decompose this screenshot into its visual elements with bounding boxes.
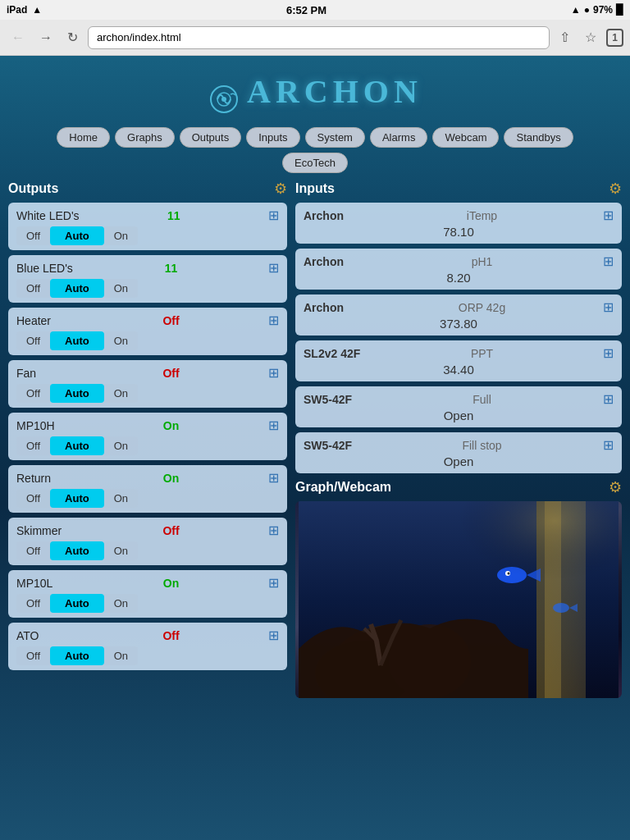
output-fan-on[interactable]: On: [104, 384, 138, 403]
outputs-title: Outputs: [8, 181, 58, 196]
output-white-leds-controls: Off Auto On: [16, 226, 279, 245]
output-white-leds-value: 11: [167, 209, 180, 222]
battery-label: 97%: [593, 4, 613, 16]
input-archon-orp-value: 373.80: [304, 315, 614, 331]
output-ato-off[interactable]: Off: [16, 646, 50, 665]
tune-icon-ph1[interactable]: ⊞: [603, 253, 614, 269]
output-return-off[interactable]: Off: [16, 489, 50, 508]
input-sw5-full-value: Open: [304, 407, 614, 422]
input-sl2v2-value: 34.40: [304, 361, 614, 377]
tune-icon-sw5-full[interactable]: ⊞: [603, 391, 614, 407]
output-blue-leds-controls: Off Auto On: [16, 279, 279, 298]
status-right: ▲ ● 97% ▉: [571, 4, 623, 16]
tune-icon-skimmer[interactable]: ⊞: [268, 523, 279, 538]
output-blue-leds-off[interactable]: Off: [16, 279, 50, 298]
nav-ecotech[interactable]: EcoTech: [282, 153, 348, 173]
output-return-auto[interactable]: Auto: [50, 489, 104, 508]
input-archon-orp: Archon ORP 42g ⊞ 373.80: [295, 294, 622, 336]
output-skimmer-auto[interactable]: Auto: [50, 541, 104, 560]
output-return-on[interactable]: On: [104, 489, 138, 508]
output-white-leds-auto[interactable]: Auto: [50, 226, 104, 245]
output-blue-leds-auto[interactable]: Auto: [50, 279, 104, 298]
output-heater-on[interactable]: On: [104, 331, 138, 350]
logo-area: ARCHON: [8, 64, 622, 121]
nav-row2: EcoTech: [8, 151, 622, 173]
output-heater: Heater Off ⊞ Off Auto On: [8, 308, 287, 355]
nav-inputs[interactable]: Inputs: [246, 127, 299, 148]
outputs-gear-icon[interactable]: ⚙: [274, 180, 287, 198]
output-fan-auto[interactable]: Auto: [50, 384, 104, 403]
nav-home[interactable]: Home: [57, 127, 110, 148]
input-sl2v2-name: PPT: [361, 347, 603, 360]
tune-icon-blue-leds[interactable]: ⊞: [268, 260, 279, 276]
status-time: 6:52 PM: [286, 4, 326, 16]
nav-webcam[interactable]: Webcam: [432, 127, 499, 148]
share-button[interactable]: ⇧: [555, 26, 575, 48]
input-archon-ph1-name: pH1: [361, 255, 603, 268]
tune-icon-orp[interactable]: ⊞: [603, 299, 614, 315]
output-mp10h-on[interactable]: On: [104, 436, 138, 455]
back-button[interactable]: ←: [7, 27, 30, 48]
output-ato: ATO Off ⊞ Off Auto On: [8, 623, 287, 670]
output-blue-leds-on[interactable]: On: [104, 279, 138, 298]
input-sw5-fillstop-value: Open: [304, 453, 614, 468]
output-mp10l-auto[interactable]: Auto: [50, 594, 104, 613]
input-archon-itemp-name: iTemp: [361, 209, 603, 222]
bookmark-button[interactable]: ☆: [580, 26, 601, 48]
webcam-gear-icon[interactable]: ⚙: [609, 478, 622, 496]
nav-system[interactable]: System: [305, 127, 365, 148]
output-mp10l-off[interactable]: Off: [16, 594, 50, 613]
tune-icon-mp10l[interactable]: ⊞: [268, 575, 279, 591]
input-archon-orp-name: ORP 42g: [361, 301, 603, 314]
output-return-value: On: [163, 472, 179, 485]
forward-button[interactable]: →: [34, 27, 57, 48]
svg-point-2: [221, 97, 226, 102]
output-mp10l-controls: Off Auto On: [16, 594, 279, 613]
output-mp10h-off[interactable]: Off: [16, 436, 50, 455]
input-archon-itemp-value: 78.10: [304, 223, 614, 239]
output-mp10h: MP10H On ⊞ Off Auto On: [8, 413, 287, 460]
input-archon-itemp-source: Archon: [304, 209, 361, 222]
input-sw5-full: SW5-42F Full ⊞ Open: [295, 386, 622, 427]
output-mp10l-value: On: [163, 577, 179, 590]
output-heater-off[interactable]: Off: [16, 331, 50, 350]
tune-icon-sl2v2[interactable]: ⊞: [603, 345, 614, 361]
output-heater-auto[interactable]: Auto: [50, 331, 104, 350]
output-white-leds-name: White LED's: [16, 209, 80, 222]
output-ato-controls: Off Auto On: [16, 646, 279, 665]
output-fan-off[interactable]: Off: [16, 384, 50, 403]
inputs-header: Inputs ⚙: [295, 180, 622, 198]
output-skimmer-value: Off: [162, 524, 179, 537]
output-skimmer-off[interactable]: Off: [16, 541, 50, 560]
outputs-header: Outputs ⚙: [8, 180, 287, 198]
output-heater-value: Off: [162, 314, 179, 327]
output-mp10l-on[interactable]: On: [104, 594, 138, 613]
tune-icon-fan[interactable]: ⊞: [268, 365, 279, 381]
tune-icon-mp10h[interactable]: ⊞: [268, 418, 279, 433]
webcam-image[interactable]: [295, 501, 622, 698]
output-mp10l-name: MP10L: [16, 577, 74, 590]
tune-icon-heater[interactable]: ⊞: [268, 313, 279, 328]
tune-icon-ato[interactable]: ⊞: [268, 628, 279, 643]
output-ato-auto[interactable]: Auto: [50, 646, 104, 665]
output-white-leds-off[interactable]: Off: [16, 226, 50, 245]
nav-alarms[interactable]: Alarms: [370, 127, 427, 148]
tune-icon-sw5-fillstop[interactable]: ⊞: [603, 437, 614, 453]
output-skimmer-name: Skimmer: [16, 524, 74, 537]
tune-icon-white-leds[interactable]: ⊞: [268, 208, 279, 223]
url-bar[interactable]: [88, 26, 550, 49]
output-mp10h-auto[interactable]: Auto: [50, 436, 104, 455]
output-skimmer-on[interactable]: On: [104, 541, 138, 560]
tune-icon-itemp[interactable]: ⊞: [603, 208, 614, 223]
inputs-gear-icon[interactable]: ⚙: [609, 180, 622, 198]
nav-outputs[interactable]: Outputs: [180, 127, 242, 148]
output-white-leds-on[interactable]: On: [104, 226, 138, 245]
tab-count[interactable]: 1: [606, 29, 623, 47]
nav-standbys[interactable]: Standbys: [504, 127, 573, 148]
tune-icon-return[interactable]: ⊞: [268, 470, 279, 486]
nav-graphs[interactable]: Graphs: [115, 127, 175, 148]
reload-button[interactable]: ↻: [62, 26, 83, 48]
output-ato-on[interactable]: On: [104, 646, 138, 665]
input-sw5-fillstop: SW5-42F Fill stop ⊞ Open: [295, 432, 622, 473]
output-blue-leds: Blue LED's 11 ⊞ Off Auto On: [8, 255, 287, 303]
